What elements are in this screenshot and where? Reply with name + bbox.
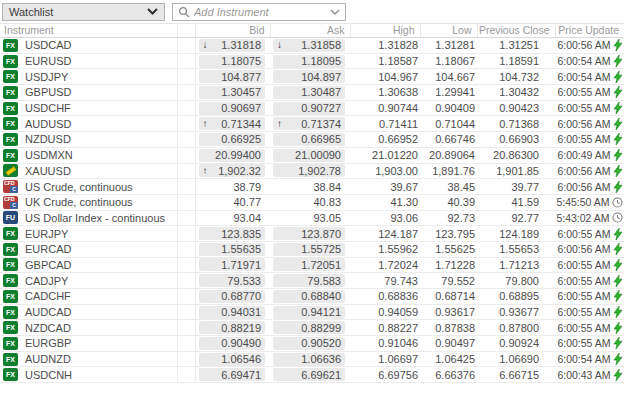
bid-button[interactable]: ↑ 0.71344 xyxy=(199,117,266,130)
low-value: 20.89064 xyxy=(420,147,477,163)
watchlist-row[interactable]: FU US Dollar Index - continuous 93.04 93… xyxy=(0,210,624,226)
watchlist-row[interactable]: FX USDCNH 6.69471 6.69621 6.69756 6.6637… xyxy=(0,367,624,383)
flash-icon xyxy=(613,149,623,161)
column-header-previous-close[interactable]: Previous Close xyxy=(477,24,555,38)
bid-button[interactable]: ↓ 1.31818 xyxy=(199,39,266,52)
flash-icon xyxy=(613,102,623,114)
low-value: 0.71044 xyxy=(420,116,477,132)
watchlist-row[interactable]: XAUUSD ↑ 1,902.32 1,902.78 1,903.00 1,89… xyxy=(0,163,624,179)
column-header-ask[interactable]: Ask xyxy=(270,24,350,38)
ask-button[interactable]: 1,902.78 xyxy=(273,164,345,177)
bid-button[interactable]: 0.90697 xyxy=(199,102,266,115)
price-update-time: 6:00:54 AM xyxy=(557,71,610,83)
column-header-instrument[interactable]: Instrument xyxy=(0,24,177,38)
watchlist-row[interactable]: FX USDMXN 20.99400 21.00090 21.01220 20.… xyxy=(0,147,624,163)
ask-button[interactable]: 1.06636 xyxy=(273,353,345,366)
bid-button[interactable]: 0.90490 xyxy=(199,337,266,350)
bid-button[interactable]: 104.877 xyxy=(199,70,266,83)
bid-button[interactable]: 1.71971 xyxy=(199,258,266,271)
watchlist-row[interactable]: FX EURUSD 1.18075 1.18095 1.18587 1.1806… xyxy=(0,53,624,69)
high-value: 1.06697 xyxy=(350,351,420,367)
watchlist-row[interactable]: FX AUDUSD ↑ 0.71344 ↑ 0.71374 0.71411 0.… xyxy=(0,116,624,132)
low-value: 0.90409 xyxy=(420,100,477,116)
column-header-low[interactable]: Low xyxy=(420,24,477,38)
bid-button[interactable]: 79.533 xyxy=(199,274,266,287)
instrument-name: USDJPY xyxy=(25,71,68,83)
ask-value: 93.05 xyxy=(277,212,341,224)
watchlist-row[interactable]: FX USDCAD ↓ 1.31818 ↓ 1.31858 1.31828 1.… xyxy=(0,38,624,54)
bid-button[interactable]: 20.99400 xyxy=(199,149,266,162)
ask-button[interactable]: ↑ 0.71374 xyxy=(273,117,345,130)
ask-button[interactable]: 0.90520 xyxy=(273,337,345,350)
fx-icon: FX xyxy=(3,290,18,303)
ask-button[interactable]: 0.68840 xyxy=(273,290,345,303)
ask-button[interactable]: ↓ 1.31858 xyxy=(273,39,345,52)
watchlist-row[interactable]: FX AUDNZD 1.06546 1.06636 1.06697 1.0642… xyxy=(0,351,624,367)
flash-icon xyxy=(613,181,623,193)
ask-button[interactable]: 1.30487 xyxy=(273,86,345,99)
watchlist-row[interactable]: FX USDJPY 104.877 104.897 104.967 104.66… xyxy=(0,69,624,85)
price-update-time: 6:00:55 AM xyxy=(557,133,610,145)
price-update-time: 6:00:54 AM xyxy=(557,55,610,67)
watchlist-row[interactable]: FX CADCHF 0.68770 0.68840 0.68836 0.6871… xyxy=(0,289,624,305)
watchlist-row[interactable]: FX GBPCAD 1.71971 1.72051 1.72024 1.7122… xyxy=(0,257,624,273)
bid-button[interactable]: 1.55635 xyxy=(199,243,266,256)
watchlist-dropdown[interactable]: Watchlist xyxy=(2,3,165,21)
watchlist-row[interactable]: FX EURCAD 1.55635 1.55725 1.55962 1.5562… xyxy=(0,241,624,257)
high-value: 1.31828 xyxy=(350,38,420,54)
instrument-name: EURUSD xyxy=(25,55,71,67)
bid-value: 1.06546 xyxy=(203,353,262,365)
bid-button[interactable]: ↑ 1,902.32 xyxy=(199,164,266,177)
bid-button[interactable]: 1.06546 xyxy=(199,353,266,366)
watchlist-row[interactable]: FX USDCHF 0.90697 0.90727 0.90744 0.9040… xyxy=(0,100,624,116)
watchlist-row[interactable]: FX AUDCAD 0.94031 0.94121 0.94059 0.9361… xyxy=(0,304,624,320)
instrument-name: XAUUSD xyxy=(25,165,71,177)
ask-button[interactable]: 1.72051 xyxy=(273,258,345,271)
instrument-name: NZDCAD xyxy=(25,322,71,334)
ask-value: 1.30487 xyxy=(277,86,341,98)
ask-button[interactable]: 104.897 xyxy=(273,70,345,83)
watchlist-row[interactable]: FX EURGBP 0.90490 0.90520 0.91046 0.9049… xyxy=(0,336,624,352)
ask-button[interactable]: 6.69621 xyxy=(273,368,345,381)
watchlist-row[interactable]: CFD C UK Crude, continuous 40.77 40.83 4… xyxy=(0,194,624,210)
blank-cell xyxy=(177,100,195,116)
ask-button[interactable]: 1.55725 xyxy=(273,243,345,256)
bid-button[interactable]: 6.69471 xyxy=(199,368,266,381)
fx-icon: FX xyxy=(3,133,18,146)
instrument-name: US Crude, continuous xyxy=(25,181,133,193)
watchlist-row[interactable]: FX NZDUSD 0.66925 0.66965 0.66952 0.6674… xyxy=(0,132,624,148)
add-instrument-search[interactable] xyxy=(172,3,346,21)
bid-button[interactable]: 1.30457 xyxy=(199,86,266,99)
ask-button[interactable]: 0.90727 xyxy=(273,102,345,115)
ask-button[interactable]: 21.00090 xyxy=(273,149,345,162)
watchlist-row[interactable]: CFD C US Crude, continuous 38.79 38.84 3… xyxy=(0,179,624,195)
bid-button[interactable]: 0.66925 xyxy=(199,133,266,146)
bid-button[interactable]: 0.94031 xyxy=(199,306,266,319)
ask-button[interactable]: 79.583 xyxy=(273,274,345,287)
ask-button[interactable]: 123.870 xyxy=(273,227,345,240)
watchlist-row[interactable]: FX EURJPY 123.835 123.870 124.187 123.79… xyxy=(0,226,624,242)
ask-button[interactable]: 0.88299 xyxy=(273,321,345,334)
instrument-name: EURCAD xyxy=(25,243,71,255)
ask-button[interactable]: 0.94121 xyxy=(273,306,345,319)
ask-button[interactable]: 1.18095 xyxy=(273,55,345,68)
high-value: 1.30638 xyxy=(350,85,420,101)
column-header-price-update[interactable]: Price Update xyxy=(555,24,624,38)
watchlist-row[interactable]: FX NZDCAD 0.88219 0.88299 0.88227 0.8783… xyxy=(0,320,624,336)
bid-button[interactable]: 0.68770 xyxy=(199,290,266,303)
column-header-high[interactable]: High xyxy=(350,24,420,38)
bid-button[interactable]: 0.88219 xyxy=(199,321,266,334)
flash-icon xyxy=(613,337,623,349)
add-instrument-input[interactable] xyxy=(194,6,326,18)
bid-button[interactable]: 123.835 xyxy=(199,227,266,240)
ask-button[interactable]: 0.66965 xyxy=(273,133,345,146)
watchlist-row[interactable]: FX GBPUSD 1.30457 1.30487 1.30638 1.2994… xyxy=(0,85,624,101)
ask-value: 21.00090 xyxy=(277,149,341,161)
instrument-name: USDMXN xyxy=(25,149,73,161)
bid-button[interactable]: 1.18075 xyxy=(199,55,266,68)
price-update-time: 6:00:55 AM xyxy=(557,306,610,318)
futures-icon: FU xyxy=(3,211,18,224)
high-value: 0.71411 xyxy=(350,116,420,132)
column-header-bid[interactable]: Bid xyxy=(195,24,270,38)
watchlist-row[interactable]: FX CADJPY 79.533 79.583 79.743 79.552 79… xyxy=(0,273,624,289)
